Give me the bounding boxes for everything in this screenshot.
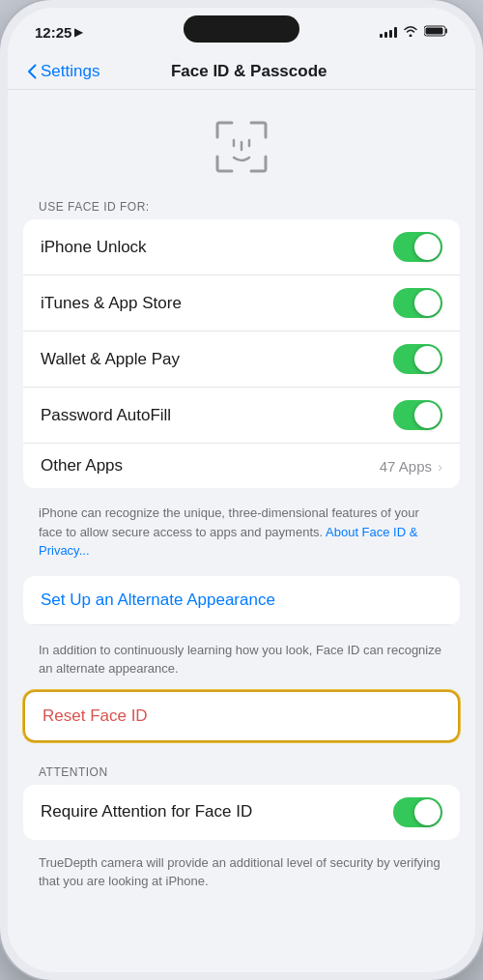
attention-section-label: ATTENTION [8, 758, 475, 785]
password-autofill-label: Password AutoFill [41, 406, 171, 425]
reset-face-id-item[interactable]: Reset Face ID [25, 692, 458, 740]
alternate-appearance-label: Set Up an Alternate Appearance [41, 591, 275, 609]
itunes-appstore-label: iTunes & App Store [41, 294, 182, 313]
face-id-description: iPhone can recognize the unique, three-d… [8, 496, 475, 576]
list-item[interactable]: Wallet & Apple Pay [23, 331, 460, 388]
chevron-right-icon: › [438, 458, 442, 475]
alternate-appearance-item[interactable]: Set Up an Alternate Appearance [23, 576, 460, 625]
attention-description: TrueDepth camera will provide an additio… [8, 848, 475, 907]
face-id-icon-area [8, 90, 475, 200]
wifi-icon [403, 23, 418, 41]
password-autofill-toggle[interactable] [393, 400, 442, 430]
reset-face-id-label: Reset Face ID [43, 706, 148, 725]
list-item[interactable]: Password AutoFill [23, 388, 460, 444]
nav-bar: Settings Face ID & Passcode [8, 56, 475, 90]
wallet-applepay-label: Wallet & Apple Pay [41, 350, 180, 369]
alternate-appearance-card: Set Up an Alternate Appearance [23, 576, 460, 625]
require-attention-toggle[interactable] [393, 797, 442, 827]
other-apps-count: 47 Apps [380, 458, 432, 475]
iphone-unlock-toggle[interactable] [393, 232, 442, 262]
time-display: 12:25 [35, 24, 71, 41]
list-item[interactable]: Other Apps 47 Apps › [23, 444, 460, 488]
svg-rect-1 [426, 28, 443, 35]
require-attention-label: Require Attention for Face ID [41, 802, 252, 821]
location-icon: ▶ [74, 26, 82, 39]
scroll-content: USE FACE ID FOR: iPhone Unlock iTunes & … [8, 90, 475, 948]
list-item[interactable]: iTunes & App Store [23, 275, 460, 331]
list-item[interactable]: iPhone Unlock [23, 219, 460, 275]
status-icons [380, 23, 448, 41]
wallet-applepay-toggle[interactable] [393, 344, 442, 374]
back-label: Settings [41, 62, 99, 81]
battery-icon [424, 23, 448, 41]
signal-icon [380, 26, 397, 38]
face-id-options-list: iPhone Unlock iTunes & App Store Wallet … [23, 219, 460, 488]
iphone-unlock-label: iPhone Unlock [41, 238, 147, 257]
status-bar: 12:25 ▶ [8, 8, 475, 56]
other-apps-label: Other Apps [41, 456, 123, 476]
reset-face-id-card: Reset Face ID [23, 690, 460, 742]
attention-options-list: Require Attention for Face ID [23, 785, 460, 840]
use-face-id-section-label: USE FACE ID FOR: [8, 200, 475, 219]
notch [184, 15, 299, 43]
face-id-icon [208, 113, 275, 181]
back-button[interactable]: Settings [27, 62, 99, 81]
itunes-appstore-toggle[interactable] [393, 288, 442, 318]
other-apps-right: 47 Apps › [380, 458, 442, 475]
status-time: 12:25 ▶ [35, 24, 82, 41]
alternate-appearance-description: In addition to continuously learning how… [8, 633, 475, 690]
require-attention-item[interactable]: Require Attention for Face ID [23, 785, 460, 840]
page-title: Face ID & Passcode [99, 62, 398, 81]
